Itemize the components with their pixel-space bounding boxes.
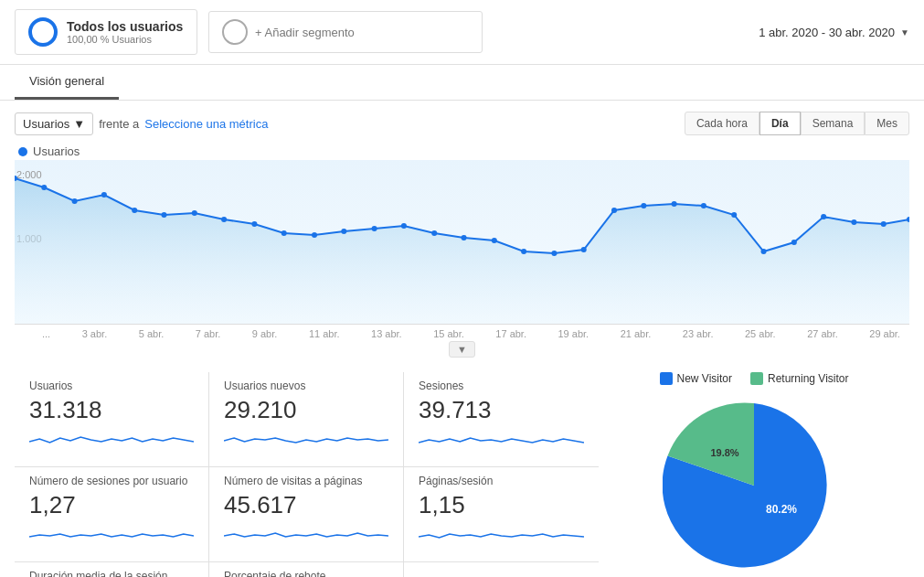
chart-point <box>791 240 797 245</box>
legend-new-visitor-dot <box>660 372 673 385</box>
chart-point <box>41 185 47 190</box>
stat-paginas-sesion-label: Páginas/sesión <box>419 475 584 487</box>
stat-visitas-paginas-value: 45.617 <box>224 491 388 519</box>
stat-paginas-sesion-chart <box>419 523 584 550</box>
stat-sesiones: Sesiones 39.713 <box>404 372 599 467</box>
time-btn-semana[interactable]: Semana <box>801 112 866 135</box>
expander-btn[interactable]: ▼ <box>449 341 475 358</box>
time-btn-mes[interactable]: Mes <box>865 112 909 135</box>
chart-point <box>881 221 887 227</box>
metric-selector: Usuarios ▼ frente a Seleccione una métri… <box>15 112 268 135</box>
chart-expander[interactable]: ▼ <box>15 341 909 358</box>
stat-sesiones-usuario: Número de sesiones por usuario 1,27 <box>15 467 209 562</box>
date-range-text: 1 abr. 2020 - 30 abr. 2020 <box>759 26 895 39</box>
stat-usuarios-chart <box>29 428 194 455</box>
stats-section: Usuarios 31.318 Usuarios nuevos 29.210 <box>0 358 924 577</box>
legend-returning-visitor-dot <box>750 372 763 385</box>
segment-add[interactable]: + Añadir segmento <box>208 11 483 53</box>
stat-duracion: Duración media de la sesión 00:03:16 <box>15 562 209 577</box>
stat-usuarios-nuevos-chart <box>224 428 388 455</box>
legend-returning-visitor-label: Returning Visitor <box>768 372 849 385</box>
stat-visitas-paginas: Número de visitas a páginas 45.617 <box>209 467 404 562</box>
stats-right: New Visitor Returning Visitor 80.2% 19. <box>599 372 909 577</box>
segment-todos[interactable]: Todos los usuarios 100,00 % Usuarios <box>15 9 197 55</box>
segment-subtitle: 100,00 % Usuarios <box>67 34 183 45</box>
legend-new-visitor: New Visitor <box>660 372 732 385</box>
chart-point <box>192 210 197 216</box>
pie-svg: 80.2% 19.8% <box>663 394 845 577</box>
stat-usuarios-label: Usuarios <box>29 379 194 392</box>
chart-point <box>431 230 437 236</box>
pie-chart: 80.2% 19.8% <box>663 394 845 577</box>
date-range-arrow: ▼ <box>900 27 909 37</box>
chart-svg <box>15 160 909 325</box>
chart-point <box>101 192 107 198</box>
stat-usuarios-nuevos-label: Usuarios nuevos <box>224 379 388 392</box>
legend-returning-visitor: Returning Visitor <box>750 372 849 385</box>
chart-label: Usuarios <box>15 144 909 158</box>
chart-point <box>521 249 526 254</box>
pie-legend: New Visitor Returning Visitor <box>660 372 849 385</box>
segment-title: Todos los usuarios <box>67 19 183 34</box>
chart-point <box>461 235 466 240</box>
chart-point <box>281 230 287 236</box>
stats-left: Usuarios 31.318 Usuarios nuevos 29.210 <box>15 372 599 577</box>
date-range[interactable]: 1 abr. 2020 - 30 abr. 2020 ▼ <box>759 26 909 39</box>
stat-usuarios: Usuarios 31.318 <box>15 372 209 467</box>
chart-point <box>312 232 317 238</box>
stat-usuarios-nuevos-value: 29.210 <box>224 396 388 424</box>
segment-info: Todos los usuarios 100,00 % Usuarios <box>67 19 183 45</box>
chart-point <box>701 203 706 208</box>
tabs-bar: Visión general <box>0 65 924 101</box>
seleccione-metrica[interactable]: Seleccione una métrica <box>144 117 268 131</box>
segment-add-circle <box>222 19 248 45</box>
chart-point <box>731 212 737 218</box>
chart-dot <box>18 147 27 156</box>
chart-point <box>221 217 227 222</box>
tab-vision-general[interactable]: Visión general <box>15 65 119 100</box>
chart-area-fill <box>15 178 909 325</box>
chart-point <box>72 198 78 204</box>
pie-label-green: 19.8% <box>710 447 738 458</box>
chart-point <box>761 249 767 254</box>
chart-point <box>672 201 677 207</box>
stat-empty <box>404 562 599 577</box>
stat-visitas-paginas-label: Número de visitas a páginas <box>224 475 388 487</box>
segment-add-label: + Añadir segmento <box>255 26 355 39</box>
stat-sesiones-usuario-chart <box>29 523 194 550</box>
chart-point <box>161 212 166 218</box>
legend-new-visitor-label: New Visitor <box>677 372 732 385</box>
chart-area: Usuarios 2:000 1.000 <box>0 141 924 358</box>
metric-dropdown[interactable]: Usuarios ▼ <box>15 112 93 135</box>
pie-label-blue: 80.2% <box>766 503 797 516</box>
segment-left: Todos los usuarios 100,00 % Usuarios + A… <box>15 9 483 55</box>
top-bar: Todos los usuarios 100,00 % Usuarios + A… <box>0 0 924 65</box>
stat-paginas-sesion: Páginas/sesión 1,15 <box>404 467 599 562</box>
chart-point <box>372 226 377 231</box>
chart-point <box>341 229 346 234</box>
chart-point <box>551 251 557 256</box>
time-btn-cada-hora[interactable]: Cada hora <box>685 112 759 135</box>
stat-paginas-sesion-value: 1,15 <box>419 491 584 519</box>
line-chart[interactable]: 2:000 1.000 <box>15 160 909 325</box>
time-buttons: Cada hora Día Semana Mes <box>685 112 909 135</box>
stat-sesiones-label: Sesiones <box>419 379 584 392</box>
stat-usuarios-value: 31.318 <box>29 396 194 424</box>
stat-sesiones-value: 39.713 <box>419 396 584 424</box>
chart-point <box>492 238 497 243</box>
stat-rebote-label: Porcentaje de rebote <box>224 570 388 577</box>
stat-visitas-paginas-chart <box>224 523 388 550</box>
time-btn-dia[interactable]: Día <box>759 112 801 135</box>
chart-point <box>611 208 617 213</box>
segment-circle <box>28 17 58 47</box>
stat-sesiones-chart <box>419 428 584 455</box>
chart-point <box>641 203 646 208</box>
stat-sesiones-usuario-label: Número de sesiones por usuario <box>29 475 194 487</box>
chart-metric-label: Usuarios <box>33 144 80 158</box>
stat-duracion-label: Duración media de la sesión <box>29 570 194 577</box>
stat-usuarios-nuevos: Usuarios nuevos 29.210 <box>209 372 404 467</box>
metric-dropdown-arrow: ▼ <box>73 117 85 131</box>
controls-bar: Usuarios ▼ frente a Seleccione una métri… <box>0 101 924 141</box>
chart-point <box>251 221 257 227</box>
metric-label: Usuarios <box>23 117 69 131</box>
